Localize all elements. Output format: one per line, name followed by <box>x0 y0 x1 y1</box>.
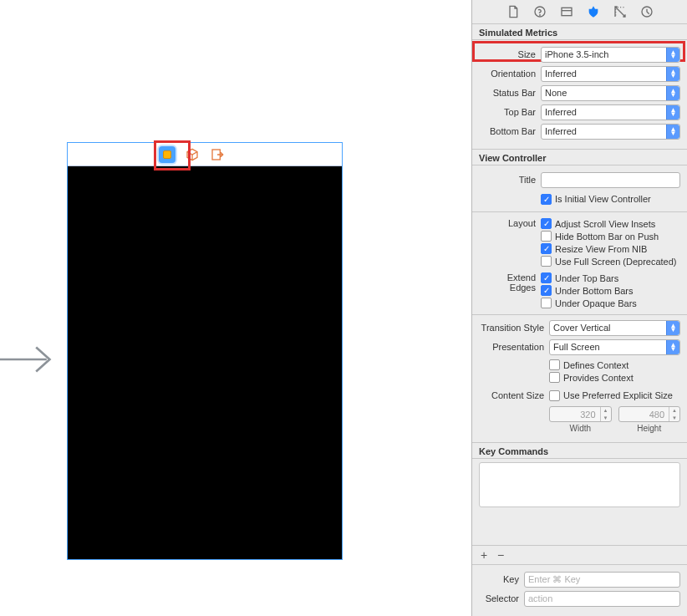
top-bar-label: Top Bar <box>479 107 541 117</box>
key-label: Key <box>479 574 524 584</box>
provides-context-checkbox[interactable] <box>549 372 560 383</box>
layout-option-label-2: Resize View From NIB <box>555 244 647 254</box>
content-size-label: Content Size <box>479 390 549 400</box>
layout-option-label-1: Hide Bottom Bar on Push <box>555 232 659 242</box>
initial-vc-arrow-icon <box>0 334 60 384</box>
provides-context-label: Provides Context <box>563 373 634 383</box>
is-initial-label: Is Initial View Controller <box>555 194 651 204</box>
chevron-updown-icon: ▲▼ <box>666 105 679 120</box>
connections-inspector-tab-icon[interactable] <box>639 4 654 19</box>
layout-option-checkbox-3[interactable] <box>541 256 552 267</box>
selector-label: Selector <box>479 593 524 603</box>
top-bar-select[interactable]: Inferred ▲▼ <box>541 104 680 120</box>
root-view[interactable] <box>68 166 342 559</box>
extend-edges-option-checkbox-0[interactable]: ✓ <box>541 272 552 283</box>
transition-style-label: Transition Style <box>479 323 549 333</box>
height-label: Height <box>637 424 661 433</box>
extend-edges-option-checkbox-1[interactable]: ✓ <box>541 285 552 296</box>
height-stepper[interactable]: 480 ▲▼ <box>618 406 681 422</box>
svg-rect-4 <box>562 8 572 15</box>
is-initial-checkbox[interactable]: ✓ <box>541 194 552 205</box>
bottom-bar-select[interactable]: Inferred ▲▼ <box>541 124 680 140</box>
key-input[interactable] <box>524 572 680 588</box>
attributes-inspector-tab-icon[interactable] <box>586 4 601 19</box>
chevron-updown-icon: ▲▼ <box>666 48 679 62</box>
bottom-bar-label: Bottom Bar <box>479 126 541 136</box>
layout-option-label-0: Adjust Scroll View Insets <box>555 219 655 229</box>
selector-input[interactable] <box>524 591 680 607</box>
transition-style-select[interactable]: Cover Vertical ▲▼ <box>549 320 680 336</box>
extend-edges-option-label-0: Under Top Bars <box>555 273 618 283</box>
inspector-tabs <box>472 0 687 23</box>
orientation-label: Orientation <box>479 69 541 79</box>
orientation-select[interactable]: Inferred ▲▼ <box>541 66 680 82</box>
exit-icon[interactable] <box>209 146 226 163</box>
storyboard-canvas[interactable] <box>0 0 471 616</box>
width-label: Width <box>569 424 591 433</box>
layout-label: Layout <box>479 216 541 228</box>
title-input[interactable] <box>541 172 680 188</box>
view-controller-icon[interactable] <box>159 146 176 163</box>
use-preferred-size-label: Use Preferred Explicit Size <box>563 390 673 400</box>
status-bar-select[interactable]: None ▲▼ <box>541 85 680 101</box>
presentation-label: Presentation <box>479 342 549 352</box>
extend-edges-option-label-1: Under Bottom Bars <box>555 286 634 296</box>
chevron-updown-icon: ▲▼ <box>666 321 679 335</box>
layout-option-label-3: Use Full Screen (Deprecated) <box>555 257 677 267</box>
chevron-updown-icon: ▲▼ <box>666 125 679 139</box>
add-key-command-button[interactable]: + <box>477 548 491 562</box>
extend-edges-label: Extend Edges <box>479 271 541 293</box>
chevron-updown-icon: ▲▼ <box>666 86 679 100</box>
chevron-updown-icon: ▲▼ <box>666 340 679 354</box>
size-select[interactable]: iPhone 3.5-inch ▲▼ <box>541 47 680 63</box>
view-controller-scene[interactable] <box>67 142 343 560</box>
first-responder-icon[interactable] <box>184 146 201 163</box>
chevron-updown-icon: ▲▼ <box>666 67 679 81</box>
status-bar-label: Status Bar <box>479 88 541 98</box>
size-inspector-tab-icon[interactable] <box>613 4 628 19</box>
title-label: Title <box>479 175 541 185</box>
layout-option-checkbox-0[interactable]: ✓ <box>541 218 552 229</box>
file-inspector-tab-icon[interactable] <box>506 4 521 19</box>
quick-help-tab-icon[interactable] <box>532 4 547 19</box>
extend-edges-option-checkbox-2[interactable] <box>541 298 552 308</box>
presentation-select[interactable]: Full Screen ▲▼ <box>549 339 680 355</box>
defines-context-checkbox[interactable] <box>549 359 560 370</box>
defines-context-label: Defines Context <box>563 360 628 370</box>
key-commands-header: Key Commands <box>472 442 687 459</box>
size-label: Size <box>479 49 541 59</box>
inspector-panel: Simulated Metrics Size iPhone 3.5-inch ▲… <box>472 0 687 616</box>
remove-key-command-button[interactable]: − <box>494 548 507 562</box>
key-commands-list[interactable] <box>479 462 680 507</box>
layout-option-checkbox-1[interactable] <box>541 231 552 242</box>
use-preferred-size-checkbox[interactable] <box>549 390 560 401</box>
view-controller-header: View Controller <box>472 149 687 165</box>
layout-option-checkbox-2[interactable]: ✓ <box>541 243 552 254</box>
width-stepper[interactable]: 320 ▲▼ <box>549 406 612 422</box>
extend-edges-option-label-2: Under Opaque Bars <box>555 298 637 308</box>
svg-point-3 <box>539 15 540 16</box>
simulated-metrics-header: Simulated Metrics <box>472 23 687 40</box>
identity-inspector-tab-icon[interactable] <box>559 4 574 19</box>
